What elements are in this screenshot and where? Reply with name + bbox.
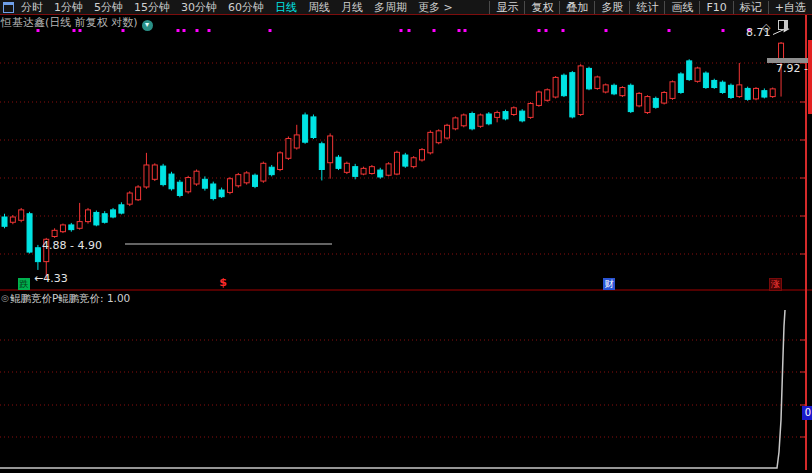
signal-dot (458, 29, 461, 32)
candle-body (436, 131, 441, 143)
candle-body (177, 182, 182, 195)
signal-dot (605, 29, 608, 32)
period-tab-2[interactable]: 5分钟 (94, 1, 123, 14)
tool-button-0[interactable]: 显示 (489, 1, 524, 14)
signal-dot (208, 29, 211, 32)
period-tab-10[interactable]: 更多 > (418, 1, 453, 14)
last-price-label: 7.92 - (776, 62, 808, 75)
period-tab-4[interactable]: 30分钟 (181, 1, 217, 14)
auction-indicator-line (0, 310, 785, 468)
candle-body (587, 68, 592, 88)
candle-body (10, 217, 15, 222)
main-chart[interactable] (0, 0, 812, 473)
tool-button-2[interactable]: 叠加 (559, 1, 594, 14)
candle-body (35, 248, 40, 262)
signal-dot (433, 29, 436, 32)
period-tab-0[interactable]: 分时 (21, 1, 43, 14)
candle-body (536, 92, 541, 105)
indicator-toggle-icon[interactable]: ◎ (1, 293, 9, 303)
period-tab-6[interactable]: 日线 (275, 1, 297, 14)
tool-button-6[interactable]: F10 (699, 1, 732, 14)
signal-dot (196, 29, 199, 32)
candle-body (570, 73, 575, 117)
candle-body (770, 89, 775, 97)
low-price-label: ←4.33 (34, 272, 68, 285)
signal-dot (177, 29, 180, 32)
candle-body (344, 163, 349, 172)
candle-body (445, 125, 450, 138)
candle-body (353, 167, 358, 177)
candle-body (595, 77, 600, 88)
candle-body (361, 168, 366, 174)
candle-body (378, 170, 383, 177)
candle-body (428, 132, 433, 152)
tool-button-5[interactable]: 画线 (664, 1, 699, 14)
candle-body (77, 222, 82, 229)
candle-body (670, 82, 675, 99)
candle-body (211, 184, 216, 199)
diamond-icon[interactable]: ◇ (762, 21, 770, 34)
signal-dot (269, 29, 272, 32)
candle-body (319, 144, 324, 170)
chart-window-controls: ◇ (762, 16, 788, 35)
period-tab-3[interactable]: 15分钟 (134, 1, 170, 14)
period-tab-9[interactable]: 多周期 (374, 1, 407, 14)
candle-body (578, 66, 583, 115)
period-tab-1[interactable]: 1分钟 (54, 1, 83, 14)
signal-dot (408, 29, 411, 32)
candle-body (19, 210, 24, 220)
candle-body (286, 139, 291, 159)
chevron-down-icon[interactable]: ▾ (142, 20, 153, 31)
candle-body (336, 157, 341, 168)
chart-titlebar: 恒基达鑫(日线 前复权 对数)▾ (1, 15, 153, 31)
signal-dot (538, 29, 541, 32)
candle-body (628, 85, 633, 111)
candle-body (69, 225, 74, 230)
signal-dot (464, 29, 467, 32)
candle-body (102, 214, 107, 223)
candle-body (653, 98, 658, 107)
period-tab-8[interactable]: 月线 (341, 1, 363, 14)
tool-button-3[interactable]: 多股 (594, 1, 629, 14)
tool-button-7[interactable]: 标记 (733, 1, 768, 14)
candle-body (737, 85, 742, 97)
candle-body (620, 88, 625, 96)
period-tab-7[interactable]: 周线 (308, 1, 330, 14)
candle-body (503, 112, 508, 119)
candle-body (194, 171, 199, 184)
candle-body (253, 175, 258, 186)
candle-body (369, 167, 374, 174)
chart-title: 恒基达鑫(日线 前复权 对数) (1, 16, 138, 29)
signal-dot (400, 29, 403, 32)
indicator-name[interactable]: 鲲鹏竞价P (10, 292, 58, 306)
signal-dot (562, 29, 565, 32)
candle-body (278, 153, 283, 170)
candle-body (470, 114, 475, 129)
signal-dot (183, 29, 186, 32)
candle-body (27, 214, 32, 252)
tool-button-8[interactable]: +自选 (768, 1, 812, 14)
restore-window-icon[interactable] (778, 20, 788, 30)
candle-body (478, 115, 483, 126)
period-tab-5[interactable]: 60分钟 (228, 1, 264, 14)
candle-body (144, 165, 149, 187)
candle-body (127, 193, 132, 204)
candle-body (311, 117, 316, 138)
candle-body (603, 85, 608, 92)
signal-dot (722, 29, 725, 32)
signal-dot (668, 29, 671, 32)
tool-button-4[interactable]: 统计 (629, 1, 664, 14)
tool-button-1[interactable]: 复权 (524, 1, 559, 14)
candle-body (111, 210, 116, 217)
candle-body (420, 150, 425, 160)
app-window-icon[interactable] (3, 2, 14, 13)
candle-body (244, 173, 249, 183)
candle-body (386, 164, 391, 175)
candle-body (695, 68, 700, 81)
candle-body (754, 88, 759, 98)
candle-body (227, 179, 232, 193)
candle-body (553, 77, 558, 97)
candle-body (728, 85, 733, 97)
event-marker-cash: $ (217, 277, 229, 289)
candle-body (678, 74, 683, 93)
